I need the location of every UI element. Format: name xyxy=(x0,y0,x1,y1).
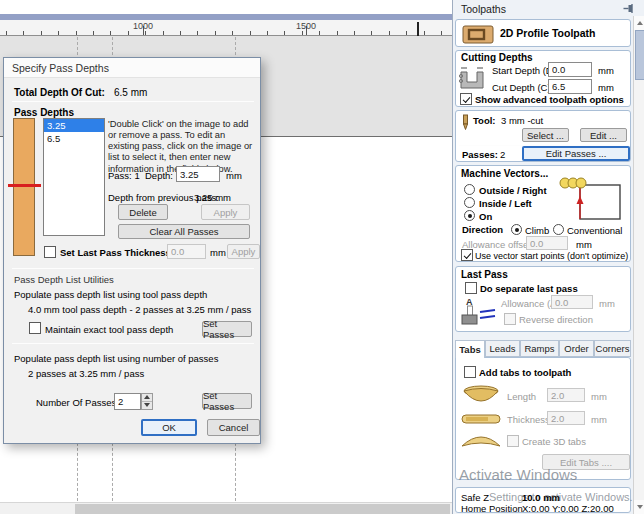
horizontal-scrollbar[interactable] xyxy=(0,502,452,514)
tab-leads[interactable]: Leads xyxy=(485,340,520,357)
separator xyxy=(12,101,254,102)
pin-icon[interactable] xyxy=(623,3,634,14)
apply-button: Apply xyxy=(201,204,250,220)
tabs-content-box: Add tabs to toolpath Length mm Thickness… xyxy=(455,357,631,480)
total-depth-value: 6.5 mm xyxy=(114,87,147,98)
last-pass-allowance-unit: mm xyxy=(599,298,615,309)
maintain-exact-checkbox[interactable] xyxy=(29,322,41,334)
passes-value: 2 xyxy=(500,149,505,160)
tab-length-unit: mm xyxy=(591,391,607,402)
set-passes-button-1[interactable]: Set Passes xyxy=(202,321,252,337)
set-passes-button-2[interactable]: Set Passes xyxy=(202,393,252,409)
tool-select-button[interactable]: Select ... xyxy=(522,128,569,142)
depth-input[interactable] xyxy=(176,166,220,182)
tab-length-icon xyxy=(460,383,502,409)
pass-depth-marker[interactable] xyxy=(8,184,41,187)
maintain-exact-label: Maintain exact tool pass depth xyxy=(45,324,173,335)
conventional-label: Conventional xyxy=(567,225,622,236)
cut-depth-input[interactable] xyxy=(548,79,592,94)
tab-ramps[interactable]: Ramps xyxy=(520,340,559,357)
on-radio[interactable] xyxy=(464,210,475,221)
toolpath-name-box: 2D Profile Toolpath xyxy=(455,19,631,47)
spinner-down-icon[interactable] xyxy=(142,402,152,410)
safe-z-box: Settings to activate Windows. Safe Z 10.… xyxy=(455,487,631,513)
number-of-passes-input[interactable] xyxy=(114,393,141,410)
advanced-options-label: Show advanced toolpath options xyxy=(475,94,624,105)
vector-start-points-checkbox[interactable] xyxy=(461,249,473,261)
pass-list-item[interactable]: 3.25 xyxy=(44,119,104,132)
tab-tabs[interactable]: Tabs xyxy=(455,340,485,358)
cutting-depths-title: Cutting Depths xyxy=(461,52,533,63)
add-tabs-checkbox[interactable] xyxy=(464,366,476,378)
start-depth-input[interactable] xyxy=(548,62,592,77)
ok-button[interactable]: OK xyxy=(141,419,197,436)
num-pass-populate-label: Populate pass depth list using number of… xyxy=(14,353,218,364)
tab-length-label: Length xyxy=(507,391,536,402)
allowance-offset-input xyxy=(526,236,568,250)
climb-radio[interactable] xyxy=(511,224,522,235)
tab-corners[interactable]: Corners xyxy=(594,340,631,357)
set-last-pass-checkbox[interactable] xyxy=(44,246,56,258)
scroll-down-icon[interactable] xyxy=(634,500,644,514)
separate-last-pass-checkbox[interactable] xyxy=(465,282,477,294)
scroll-up-icon[interactable] xyxy=(634,16,644,30)
passes-label: Passes: xyxy=(462,149,498,160)
horizontal-scrollbar-thumb[interactable] xyxy=(75,504,450,514)
tab-order[interactable]: Order xyxy=(559,340,594,357)
activate-windows-watermark: Activate Windows xyxy=(459,466,577,483)
panel-scrollbar-thumb[interactable] xyxy=(635,30,644,80)
horizontal-ruler: 1000 1500 xyxy=(0,20,452,36)
advanced-options-checkbox[interactable] xyxy=(460,93,472,105)
pass-list-item[interactable]: 6.5 xyxy=(44,132,104,145)
apply-last-pass-button: Apply xyxy=(227,244,260,259)
material-section-image[interactable] xyxy=(13,118,35,256)
tool-edit-button[interactable]: Edit ... xyxy=(580,128,627,142)
pass-depth-list[interactable]: 3.25 6.5 xyxy=(43,118,105,236)
reverse-direction-label: Reverse direction xyxy=(519,314,593,325)
tab-thickness-input xyxy=(547,411,585,425)
machine-vectors-diagram xyxy=(556,176,628,224)
create-3d-tabs-label: Create 3D tabs xyxy=(522,436,586,447)
edit-passes-button[interactable]: Edit Passes ... xyxy=(522,146,630,161)
outside-right-label: Outside / Right xyxy=(479,185,547,196)
inside-left-radio[interactable] xyxy=(464,197,475,208)
conventional-radio[interactable] xyxy=(553,224,564,235)
last-pass-thickness-input xyxy=(167,244,206,259)
set-last-pass-label: Set Last Pass Thickness xyxy=(60,247,171,258)
direction-label: Direction xyxy=(462,224,503,235)
cancel-button[interactable]: Cancel xyxy=(207,419,260,436)
spinner-up-icon[interactable] xyxy=(142,394,152,402)
clear-all-passes-button[interactable]: Clear All Passes xyxy=(118,224,250,239)
last-pass-box: Last Pass Do separate last pass A Allowa… xyxy=(455,266,631,332)
delete-button[interactable]: Delete xyxy=(118,204,168,220)
depth-label: Depth: xyxy=(145,170,173,181)
number-of-passes-stepper[interactable] xyxy=(141,393,153,410)
tool-name: 3 mm -cut xyxy=(501,115,543,126)
on-label: On xyxy=(479,211,492,222)
prev-pass-value: 3.25 mm xyxy=(194,192,231,203)
dialog-title-bar[interactable]: Specify Pass Depths xyxy=(4,58,260,78)
total-depth-label: Total Depth Of Cut: xyxy=(14,87,105,98)
cutting-depths-box: Cutting Depths Start Depth (D) mm Cut De… xyxy=(455,50,631,107)
cut-depth-label: Cut Depth (C) xyxy=(492,82,551,93)
inside-left-label: Inside / Left xyxy=(479,198,532,209)
panel-scrollbar[interactable] xyxy=(633,16,644,514)
utilities-heading: Pass Depth List Utilities xyxy=(14,274,114,285)
reverse-direction-checkbox xyxy=(504,313,516,325)
tab-length-input xyxy=(547,388,585,402)
separator xyxy=(12,268,254,269)
options-tab-strip: Tabs Leads Ramps Order Corners xyxy=(455,340,631,358)
tab-thickness-unit: mm xyxy=(591,414,607,425)
vector-start-points-label: Use vector start points (don't optimize) xyxy=(475,251,628,261)
machine-vectors-box: Machine Vectors... Outside / Right Insid… xyxy=(455,165,631,262)
tool-pass-populate-label: Populate pass depth list using tool pass… xyxy=(14,289,207,300)
activate-windows-watermark-2: Settings to activate Windows. xyxy=(489,491,633,503)
specify-pass-depths-dialog: Specify Pass Depths Total Depth Of Cut: … xyxy=(3,57,261,444)
machine-vectors-title: Machine Vectors... xyxy=(461,168,548,179)
tool-label: Tool: xyxy=(473,115,496,126)
ruler-label-1000: 1000 xyxy=(128,21,158,31)
outside-right-radio[interactable] xyxy=(464,184,475,195)
toolpaths-panel: Toolpaths 2D Profile Toolpath Cutting De… xyxy=(452,0,644,514)
safe-z-value: 10.0 mm xyxy=(522,492,560,503)
tool-bit-icon xyxy=(461,114,470,131)
